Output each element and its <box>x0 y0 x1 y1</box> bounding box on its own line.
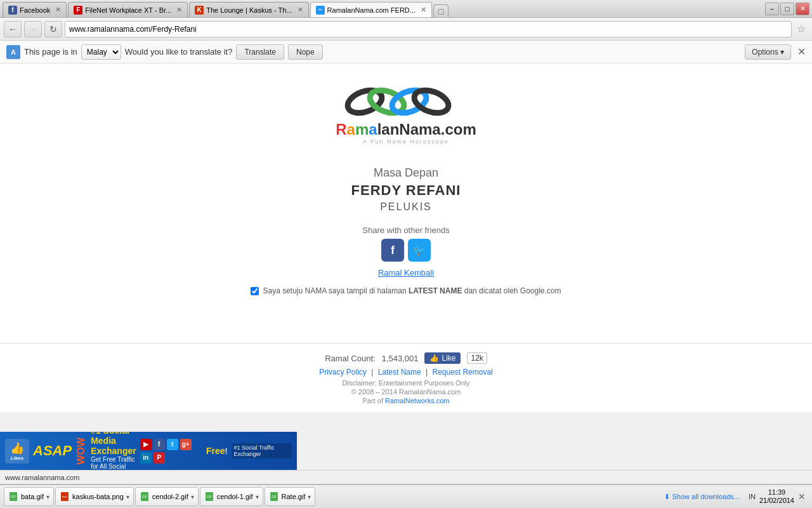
show-downloads-label: Show all downloads... <box>672 493 740 500</box>
ad-traffic-label: #1 Social Traffic Exchanger <box>232 443 292 458</box>
download-file-icon-5: GIF <box>269 491 279 502</box>
tab-label-filenet: FileNet Workplace XT - Br... <box>85 6 171 14</box>
tab-ramalannama[interactable]: ~ RamalanNama.com FERD... ✕ <box>310 2 432 17</box>
tab-close-facebook[interactable]: ✕ <box>55 6 61 14</box>
close-downloads-bar-button[interactable]: ✕ <box>796 490 808 503</box>
svg-text:GIF: GIF <box>207 495 212 498</box>
tab-close-lounge[interactable]: ✕ <box>298 6 303 14</box>
download-arrow-cendol1[interactable]: ▾ <box>256 493 259 500</box>
request-removal-link[interactable]: Request Removal <box>432 368 492 377</box>
language-selector[interactable]: Malay <box>81 44 121 60</box>
facebook-like-button[interactable]: 👍 Like <box>424 352 461 364</box>
ad-likes-section: 👍 Likes <box>5 439 29 464</box>
translate-bar: A This page is in Malay Would you like t… <box>0 41 812 64</box>
thumbs-up-ad-icon: 👍 <box>10 441 24 455</box>
download-item-rate[interactable]: GIF Rate.gif ▾ <box>265 487 316 506</box>
tab-filenet[interactable]: F FileNet Workplace XT - Br... ✕ <box>68 2 188 17</box>
social-icons: f 🐦 <box>362 239 449 262</box>
tab-close-ramalannama[interactable]: ✕ <box>421 6 426 14</box>
disclaimer-text: Disclaimer: Entertainment Purposes Only <box>0 379 812 387</box>
download-item-cendol2[interactable]: GIF cendol-2.gif ▾ <box>135 487 199 506</box>
tab-label-ramalannama: RamalanNama.com FERD... <box>327 6 416 14</box>
tabs-area: f Facebook ✕ F FileNet Workplace XT - Br… <box>3 0 765 17</box>
copyright-text: © 2008 – 2014 RamalanNama.com <box>0 388 812 396</box>
download-arrow-kaskus[interactable]: ▾ <box>126 493 129 500</box>
forward-button[interactable]: → <box>24 21 42 37</box>
translate-icon: A <box>6 45 20 59</box>
tab-favicon-ramalannama: ~ <box>316 6 325 15</box>
translate-button[interactable]: Translate <box>236 44 284 60</box>
download-file-icon-3: GIF <box>140 491 150 502</box>
ad-twitter-icon: t <box>167 439 178 450</box>
download-name-rate: Rate.gif <box>282 493 306 500</box>
download-arrow-rate[interactable]: ▾ <box>308 493 311 500</box>
minimize-button[interactable]: − <box>765 3 779 15</box>
ad-social-icons: ▶ f t g+ in P <box>140 439 202 464</box>
close-translate-bar-button[interactable]: ✕ <box>797 46 806 58</box>
refresh-button[interactable]: ↻ <box>44 21 62 37</box>
download-arrow-cendol2[interactable]: ▾ <box>191 493 194 500</box>
main-result: Masa Depan FERDY REFANI PELUKIS <box>351 156 461 213</box>
logo-tagline: A Fun Name Horoscope <box>333 138 479 145</box>
result-name: FERDY REFANI <box>351 182 461 199</box>
logo-chain-svg <box>333 76 479 127</box>
close-button[interactable]: ✕ <box>796 3 809 15</box>
latest-name-link[interactable]: Latest Name <box>378 368 421 377</box>
ad-banner-inner: 👍 Likes ASAP WOW #1 Social Media Exchang… <box>0 432 297 470</box>
system-date: 21/02/2014 <box>759 497 794 505</box>
ad-banner[interactable]: 👍 Likes ASAP WOW #1 Social Media Exchang… <box>0 432 297 470</box>
download-item-bata[interactable]: GIF bata.gif ▾ <box>4 487 54 506</box>
tab-close-filenet[interactable]: ✕ <box>176 6 182 14</box>
download-arrow-bata[interactable]: ▾ <box>46 493 49 500</box>
translate-options-button[interactable]: Options ▾ <box>745 44 791 60</box>
new-tab-button[interactable]: □ <box>433 4 449 17</box>
download-item-kaskus[interactable]: PNG kaskus-bata.png ▾ <box>55 487 134 506</box>
facebook-share-button[interactable]: f <box>381 239 404 262</box>
facebook-like-count: 12k <box>467 352 487 364</box>
twitter-share-button[interactable]: 🐦 <box>408 239 431 262</box>
tab-label-lounge: The Lounge | Kaskus - Th... <box>206 6 292 14</box>
logo-text: RamalanNama.com A Fun Name Horoscope <box>333 121 479 145</box>
bookmark-star-icon[interactable]: ☆ <box>794 22 808 36</box>
consent-checkbox[interactable] <box>251 287 259 295</box>
ad-title: #1 Social Media Exchanger <box>91 432 136 456</box>
back-button[interactable]: ← <box>4 21 22 37</box>
ad-linkedin-icon: in <box>140 452 152 464</box>
page-footer: Ramal Count: 1,543,001 👍 Like 12k Privac… <box>0 343 812 412</box>
part-of-text: Part of RamalNetworks.com <box>0 397 812 404</box>
tab-facebook[interactable]: f Facebook ✕ <box>3 2 67 17</box>
show-all-downloads-button[interactable]: ⬇ Show all downloads... <box>659 493 745 501</box>
ad-free-text: Free! <box>206 446 228 456</box>
address-input[interactable] <box>69 25 787 34</box>
ad-subtitle: Get Free Traffic for All Social Media <box>91 456 136 471</box>
logo-site-name: RamalanNama.com <box>333 121 479 138</box>
status-url: www.ramalannama.com <box>5 474 79 481</box>
download-item-cendol1[interactable]: GIF cendol-1.gif ▾ <box>200 487 263 506</box>
ramal-count-label: Ramal Count: <box>325 354 375 363</box>
svg-text:GIF: GIF <box>271 495 276 498</box>
translate-prefix: This page is in <box>24 47 77 57</box>
ramal-count-row: Ramal Count: 1,543,001 👍 Like 12k <box>0 352 812 364</box>
tab-lounge[interactable]: K The Lounge | Kaskus - Th... ✕ <box>189 2 308 17</box>
ramal-networks-link[interactable]: RamalNetworks.com <box>385 397 449 404</box>
downloads-bar: GIF bata.gif ▾ PNG kaskus-bata.png ▾ GIF… <box>0 484 812 508</box>
logo-chain <box>333 76 479 127</box>
thumbs-up-icon: 👍 <box>429 354 439 363</box>
consent-text: Saya setuju NAMA saya tampil di halaman … <box>263 286 561 295</box>
ramal-kembali-link[interactable]: Ramal Kembali <box>362 268 449 277</box>
maximize-button[interactable]: □ <box>780 3 794 15</box>
download-name-cendol1: cendol-1.gif <box>217 493 253 500</box>
share-label: Share with other friends <box>362 225 449 235</box>
nope-button[interactable]: Nope <box>288 44 323 60</box>
section-heading: Masa Depan <box>351 166 461 180</box>
download-file-icon-4: GIF <box>204 491 214 502</box>
address-bar[interactable] <box>65 21 792 37</box>
svg-text:PNG: PNG <box>62 495 68 498</box>
privacy-policy-link[interactable]: Privacy Policy <box>319 368 367 377</box>
svg-text:GIF: GIF <box>11 495 16 498</box>
ad-youtube-icon: ▶ <box>140 439 152 450</box>
result-profession: PELUKIS <box>351 201 461 213</box>
ad-asap-text: ASAP <box>33 443 72 459</box>
navigation-bar: ← → ↻ ☆ <box>0 18 812 41</box>
ad-likes-label: Likes <box>11 455 23 461</box>
